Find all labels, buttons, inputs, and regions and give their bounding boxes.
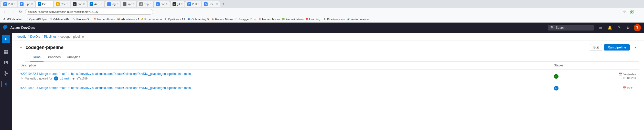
run-trigger-label: Manually triggered for: [25, 77, 52, 80]
filter-icon[interactable]: ▼: [632, 44, 639, 51]
tab-pull1[interactable]: P Pull ×: [1, 1, 17, 7]
tab-close[interactable]: ×: [166, 3, 168, 5]
address-text: dev.azure.com/devdiv/DevDiv/_build?defin…: [28, 10, 98, 13]
tab-close[interactable]: ×: [50, 3, 51, 5]
bookmark-favicon: 📦: [117, 18, 120, 21]
address-bar[interactable]: dev.azure.com/devdiv/DevDiv/_build?defin…: [25, 9, 153, 15]
calendar-icon: 📅: [619, 73, 622, 76]
bookmark-live-validation[interactable]: ✅ live validation report: [281, 17, 304, 21]
tab-close[interactable]: ×: [67, 3, 68, 5]
run-duration-row: ⏱ 1m 28s: [585, 76, 636, 79]
back-button[interactable]: ←: [17, 44, 25, 51]
bookmark-validate-yaml[interactable]: 📋 Validate YAML - On...: [48, 17, 71, 21]
tab-close[interactable]: ×: [31, 3, 33, 5]
bookmark-swagger[interactable]: 📑 Swagger Document...: [233, 17, 256, 21]
run-commit: e7e17d9: [77, 77, 88, 80]
tab-az[interactable]: A Az... ×: [87, 1, 105, 7]
grid-icon[interactable]: ⊞: [597, 24, 604, 31]
tab-cod[interactable]: c cod ×: [71, 1, 87, 7]
tab-favicon: P: [187, 2, 191, 6]
tab-close[interactable]: ×: [14, 3, 15, 5]
tab-dep[interactable]: d dep ×: [137, 1, 153, 7]
new-tab-button[interactable]: +: [220, 1, 227, 7]
tab-favicon: c: [73, 2, 77, 6]
tab-runs[interactable]: Runs: [30, 53, 44, 62]
tab-coc2[interactable]: c coc ×: [154, 1, 170, 7]
breadcrumb-pipelines[interactable]: Pipelines: [44, 35, 57, 38]
main-content: devdiv / DevDiv / Pipelines / codegen-pi…: [12, 33, 644, 130]
bookmark-openapi[interactable]: 📄 OpenAPI Specifica...: [24, 17, 47, 21]
tab-close[interactable]: ×: [181, 3, 183, 5]
tab-active[interactable]: P Pip... ×: [35, 1, 53, 7]
tab-log[interactable]: l log ×: [105, 1, 121, 7]
breadcrumb-devdiv-proj[interactable]: DevDiv: [30, 35, 40, 38]
bookmark-home-ms1[interactable]: 🏠 Home - Microsoft A...: [210, 17, 233, 21]
overview-icon: [4, 49, 8, 54]
bookmark-onboarding[interactable]: 👥 Onboarding Team F...: [186, 17, 209, 21]
bookmark-button[interactable]: ☆: [621, 9, 628, 15]
svg-rect-1: [6, 50, 8, 52]
bookmark-processon[interactable]: 🔧 ProcessOn: [71, 17, 92, 21]
run-row[interactable]: #20210421.4 Merge branch 'main' of https…: [17, 83, 639, 93]
topnav-search[interactable]: 🔍 Search: [548, 25, 594, 31]
sidebar-org[interactable]: D: [2, 35, 10, 43]
run-pipeline-button[interactable]: Run pipeline: [604, 44, 630, 51]
ado-logo[interactable]: Azure DevOps: [3, 25, 35, 31]
breadcrumb-devdiv[interactable]: devdiv: [17, 35, 26, 38]
sidebar-item-repos[interactable]: [1, 68, 11, 78]
pipelines-icon: [4, 82, 8, 86]
tab-pipe1[interactable]: P Pipe ×: [18, 1, 35, 7]
tab-close[interactable]: ×: [101, 3, 102, 5]
bookmark-learning[interactable]: 📚 Learning: [304, 17, 321, 21]
tab-coc1[interactable]: C Coc ×: [54, 1, 70, 7]
bell-icon[interactable]: 🔔: [606, 24, 613, 31]
tab-close[interactable]: ×: [150, 3, 151, 5]
bookmark-favicon: 👥: [188, 18, 191, 21]
run-title: #20210422.1 Merge branch 'main' of https…: [20, 72, 554, 76]
tab-close[interactable]: ×: [83, 3, 85, 5]
extensions-button[interactable]: 🧩: [629, 9, 635, 15]
sidebar-item-boards[interactable]: [1, 57, 11, 68]
back-button[interactable]: ←: [2, 9, 8, 15]
tab-analytics[interactable]: Analytics: [64, 53, 83, 62]
bookmark-expense[interactable]: 💰 Expense reports: [139, 17, 162, 21]
reload-button[interactable]: ↻: [17, 9, 24, 15]
pipeline-tabs: Runs Branches Analytics: [25, 53, 639, 62]
stage-cell: ▷: [554, 86, 585, 91]
tab-close[interactable]: ×: [133, 3, 135, 5]
search-icon: 🔍: [550, 26, 554, 29]
user-avatar[interactable]: T: [634, 24, 641, 31]
pipeline-actions: Edit Run pipeline ▼: [590, 44, 639, 51]
help-icon[interactable]: ?: [615, 24, 622, 31]
bookmark-home-extend[interactable]: 🏠 Home - Extending...: [92, 17, 115, 21]
stage-running-icon: ▷: [554, 86, 559, 91]
tab-favicon: d: [139, 2, 143, 6]
tab-favicon: A: [90, 2, 93, 6]
svg-point-7: [5, 84, 6, 85]
tab-close[interactable]: ×: [216, 3, 218, 5]
bookmark-ms-vacation[interactable]: 🏖 MS Vacation: [2, 17, 24, 21]
bookmark-trenton[interactable]: 🚀 trenton release - M...: [346, 17, 369, 21]
forward-button[interactable]: →: [10, 9, 16, 15]
run-row[interactable]: #20210422.1 Merge branch 'main' of https…: [17, 69, 639, 83]
bookmark-sdk-release[interactable]: 📦 sdk release - Azure/...: [116, 17, 139, 21]
bookmark-pipelines-azure[interactable]: ⚙ Pipelines - azure-sdk: [322, 17, 345, 21]
edit-button[interactable]: Edit: [590, 44, 602, 51]
sidebar-item-overview[interactable]: [1, 47, 11, 57]
calendar-icon: 📅: [623, 86, 626, 90]
tab-branches[interactable]: Branches: [44, 53, 64, 62]
bookmark-favicon: 🏠: [93, 18, 96, 21]
bookmark-home-ms2[interactable]: 🏠 Home - Microsoft A...: [257, 17, 280, 21]
tab-close[interactable]: ×: [198, 3, 199, 5]
tab-inje[interactable]: i inje ×: [121, 1, 137, 7]
tab-spr[interactable]: S Spr... ×: [202, 1, 220, 7]
settings-button[interactable]: ⋮: [636, 9, 642, 15]
tab-git[interactable]: g git ×: [170, 1, 185, 7]
bookmark-pipelines-all[interactable]: ⚙ Pipelines - All: [163, 17, 186, 21]
sidebar-item-pipelines[interactable]: [1, 79, 11, 89]
bookmark-favicon: 💰: [141, 18, 144, 21]
tab-favicon: S: [204, 2, 208, 6]
tab-pull2[interactable]: P Pull ×: [185, 1, 201, 7]
settings-icon[interactable]: ⚙: [625, 24, 632, 31]
tab-close[interactable]: ×: [117, 3, 118, 5]
